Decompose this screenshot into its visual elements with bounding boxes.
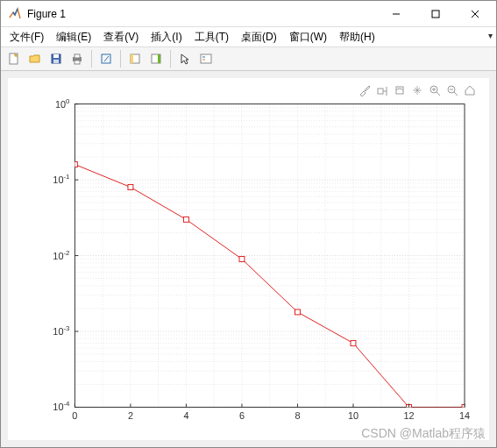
link-button[interactable] <box>96 49 116 68</box>
svg-rect-89 <box>239 257 245 262</box>
svg-text:10-4: 10-4 <box>53 400 70 412</box>
svg-rect-7 <box>53 54 59 58</box>
svg-rect-10 <box>75 54 80 58</box>
svg-text:10: 10 <box>348 410 359 421</box>
svg-rect-1 <box>432 11 439 18</box>
menu-help[interactable]: 帮助(H) <box>334 28 380 46</box>
svg-text:10-3: 10-3 <box>53 324 70 337</box>
menu-window[interactable]: 窗口(W) <box>284 28 332 46</box>
new-figure-button[interactable] <box>4 49 24 68</box>
svg-text:2: 2 <box>128 410 133 421</box>
menu-edit[interactable]: 编辑(E) <box>51 28 96 46</box>
minimize-button[interactable] <box>376 1 415 26</box>
matlab-logo-icon <box>8 7 22 21</box>
open-button[interactable] <box>25 49 45 68</box>
svg-rect-86 <box>72 162 77 167</box>
menu-overflow-icon[interactable]: ▾ <box>488 31 493 40</box>
menu-view[interactable]: 查看(V) <box>98 28 144 46</box>
svg-text:12: 12 <box>403 410 414 421</box>
edit-plot-button[interactable] <box>125 49 145 68</box>
svg-text:8: 8 <box>295 410 300 421</box>
axes[interactable]: 100 10-1 10-2 10-3 10-4 0 2 4 6 8 10 12 … <box>8 78 489 440</box>
plot-container: 100 10-1 10-2 10-3 10-4 0 2 4 6 8 10 12 … <box>1 71 496 447</box>
svg-text:4: 4 <box>183 410 188 421</box>
close-button[interactable] <box>455 1 494 26</box>
svg-rect-18 <box>201 54 211 63</box>
window-title: Figure 1 <box>27 8 376 20</box>
toolbar-separator <box>120 50 121 68</box>
print-button[interactable] <box>67 49 87 68</box>
svg-rect-87 <box>128 185 133 190</box>
svg-rect-91 <box>351 340 356 345</box>
svg-rect-8 <box>53 60 59 63</box>
menu-insert[interactable]: 插入(I) <box>146 28 187 46</box>
titlebar: Figure 1 <box>1 1 496 27</box>
pointer-button[interactable] <box>175 49 195 68</box>
svg-text:0: 0 <box>72 410 77 421</box>
svg-rect-17 <box>158 54 160 63</box>
toolbar-separator <box>91 50 92 68</box>
svg-text:10-2: 10-2 <box>53 249 69 261</box>
svg-rect-15 <box>131 54 133 63</box>
svg-text:10-1: 10-1 <box>53 173 69 185</box>
svg-line-13 <box>104 56 109 61</box>
figure-canvas: 100 10-1 10-2 10-3 10-4 0 2 4 6 8 10 12 … <box>8 78 489 440</box>
svg-rect-88 <box>183 217 188 222</box>
menubar: 文件(F) 编辑(E) 查看(V) 插入(I) 工具(T) 桌面(D) 窗口(W… <box>1 27 496 46</box>
maximize-button[interactable] <box>415 1 455 26</box>
save-button[interactable] <box>46 49 66 68</box>
figure-window: Figure 1 文件(F) 编辑(E) 查看(V) 插入(I) 工具(T) 桌… <box>0 0 497 448</box>
toolbar <box>1 46 496 71</box>
menu-desktop[interactable]: 桌面(D) <box>236 28 282 46</box>
svg-text:6: 6 <box>239 410 245 421</box>
svg-rect-11 <box>75 60 80 64</box>
svg-rect-90 <box>295 309 300 315</box>
menu-file[interactable]: 文件(F) <box>4 28 49 46</box>
menu-tools[interactable]: 工具(T) <box>189 28 234 46</box>
insert-legend-button[interactable] <box>196 49 216 68</box>
svg-text:14: 14 <box>459 410 470 421</box>
svg-text:100: 100 <box>55 97 70 110</box>
insert-colorbar-button[interactable] <box>146 49 166 68</box>
toolbar-separator <box>170 50 171 68</box>
